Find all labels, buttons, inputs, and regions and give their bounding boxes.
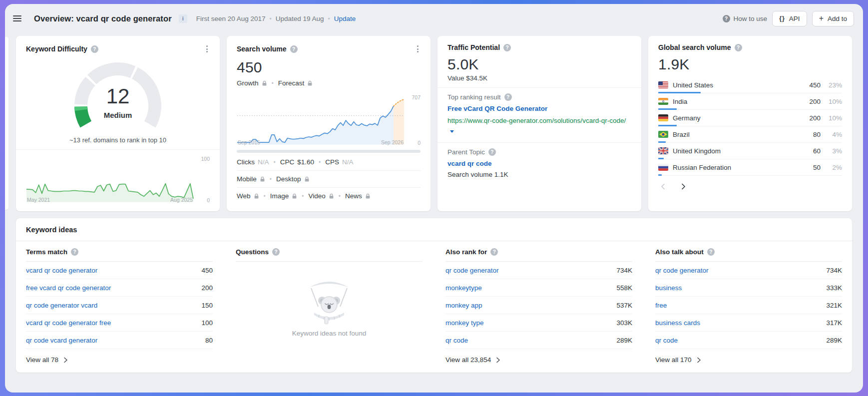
keyword-link[interactable]: free vcard qr code generator (26, 284, 201, 292)
y-axis-max-label: 100 (201, 156, 210, 162)
help-icon[interactable]: ? (71, 248, 78, 256)
country-percent: 10% (825, 114, 842, 122)
keyword-link[interactable]: qr code generator (655, 267, 826, 274)
keyword-link[interactable]: monkey app (445, 302, 616, 309)
parent-topic-volume: Search volume 1.1K (447, 171, 631, 178)
country-share-bar (658, 174, 662, 176)
kd-ref-domains-note: ~13 ref. domains to rank in top 10 (26, 136, 210, 144)
updated-text: Updated 19 Aug (276, 15, 324, 22)
help-icon[interactable]: ? (503, 44, 511, 51)
peeking-card-edge (5, 37, 8, 210)
forecast-locked-toggle[interactable]: Forecast (278, 79, 313, 87)
keyword-volume: 200 (201, 284, 213, 292)
country-name: Germany (673, 114, 805, 122)
lock-icon (292, 193, 297, 199)
hamburger-menu-button[interactable] (13, 11, 28, 26)
video-locked-toggle[interactable]: Video (308, 192, 334, 200)
keyword-link[interactable]: vcard qr code generator (26, 267, 201, 274)
x-axis-start-label: May 2021 (27, 197, 50, 203)
country-row[interactable]: United Kingdom603% (658, 143, 842, 159)
top-ranking-result-url[interactable]: https://www.qr-code-generator.com/soluti… (447, 116, 631, 137)
cpc-metric: CPC $1.60 (280, 158, 314, 166)
api-button[interactable]: {} API (772, 11, 807, 26)
lock-icon (329, 193, 334, 199)
keyword-link[interactable]: business (655, 284, 826, 292)
keyword-volume: 150 (201, 302, 213, 309)
keyword-link[interactable]: vcard qr code generator free (26, 319, 201, 327)
desktop-locked-toggle[interactable]: Desktop (276, 175, 310, 183)
country-name: United States (673, 81, 805, 89)
country-name: Brazil (673, 131, 809, 138)
lock-icon (262, 80, 267, 86)
top-ranking-result-label: Top ranking result ? (447, 93, 631, 101)
help-icon[interactable]: ? (504, 93, 512, 101)
global-search-volume-card: Global search volume ? 1.9K United State… (648, 36, 852, 211)
empty-state: Keyword ideas not found (236, 262, 423, 350)
view-all-link[interactable]: View all 170 (655, 349, 842, 364)
card-title: Global search volume (658, 43, 731, 51)
country-row[interactable]: India20010% (658, 93, 842, 110)
growth-locked-toggle[interactable]: Growth (237, 79, 267, 87)
update-link[interactable]: Update (334, 15, 356, 22)
keyword-link[interactable]: qr code generator vcard (26, 302, 201, 309)
country-volume: 50 (813, 164, 821, 171)
bullet-separator (270, 175, 272, 183)
help-icon[interactable]: ? (735, 44, 742, 51)
search-volume-trend-line (237, 94, 405, 146)
country-row[interactable]: Germany20010% (658, 110, 842, 126)
prev-page-button[interactable] (660, 182, 666, 191)
help-icon[interactable]: ? (488, 148, 496, 156)
url-expand-caret-icon[interactable] (450, 130, 454, 133)
ru-flag-icon (658, 164, 668, 171)
keyword-link[interactable]: qr code (445, 337, 616, 344)
view-all-link[interactable]: View all 78 (26, 349, 213, 364)
keyword-link[interactable]: qr code generator (445, 267, 616, 274)
keyword-volume: 100 (201, 319, 213, 327)
keyword-row: qr code289K (445, 332, 632, 349)
how-to-use-button[interactable]: ? How to use (723, 15, 768, 22)
chart-scrollbar[interactable] (237, 150, 421, 153)
help-icon[interactable]: ? (91, 45, 98, 53)
countries-pagination (658, 182, 842, 191)
traffic-potential-card: Traffic Potential ? 5.0K Value $34.5K To… (437, 36, 641, 211)
help-icon[interactable]: ? (707, 248, 715, 256)
kebab-menu-button[interactable] (204, 43, 210, 54)
help-icon[interactable]: ? (272, 248, 280, 256)
kebab-menu-button[interactable] (415, 43, 421, 54)
parent-topic-label: Parent Topic ? (447, 148, 631, 156)
mobile-locked-toggle[interactable]: Mobile (237, 175, 265, 183)
top-ranking-result-link[interactable]: Free vCard QR Code Generator (447, 105, 631, 112)
x-axis-end-label: Sep 2026 (381, 139, 404, 145)
keyword-link[interactable]: qr code (655, 337, 826, 344)
news-locked-toggle[interactable]: News (345, 192, 371, 200)
info-icon[interactable]: i (179, 14, 187, 23)
country-row[interactable]: United States45023% (658, 77, 842, 93)
keyword-link[interactable]: monkeytype (445, 284, 616, 292)
lock-icon (260, 176, 265, 182)
ideas-column: Terms match?vcard qr code generator450fr… (26, 241, 213, 364)
view-all-link[interactable]: View all 23,854 (445, 349, 632, 364)
keyword-link[interactable]: business cards (655, 319, 826, 327)
image-locked-toggle[interactable]: Image (270, 192, 298, 200)
help-icon[interactable]: ? (490, 248, 498, 256)
parent-topic-link[interactable]: vcard qr code (447, 160, 631, 167)
keyword-row: qr code generator734K (655, 262, 842, 279)
web-locked-toggle[interactable]: Web (237, 192, 259, 200)
keyword-link[interactable]: monkey type (445, 319, 616, 327)
lock-icon (254, 193, 259, 199)
global-volume-value: 1.9K (658, 56, 842, 73)
help-icon[interactable]: ? (290, 45, 298, 53)
countries-list: United States45023%India20010%Germany200… (658, 77, 842, 176)
keyword-link[interactable]: qr code vcard generator (26, 337, 205, 344)
keyword-difficulty-card: Keyword Difficulty ? 12 Medium ~13 ref. … (16, 36, 220, 211)
add-to-button[interactable]: + Add to (812, 11, 854, 26)
country-row[interactable]: Russian Federation502% (658, 159, 842, 176)
next-page-button[interactable] (680, 182, 687, 191)
bullet-separator (339, 192, 341, 200)
keyword-meta: First seen 20 Aug 2017 Updated 19 Aug Up… (196, 15, 356, 22)
keyword-link[interactable]: free (655, 302, 826, 309)
search-volume-chart: Sep 2015 Sep 2026 707 0 (237, 94, 421, 146)
ideas-column-header: Terms match? (26, 241, 213, 262)
de-flag-icon (658, 114, 668, 121)
country-row[interactable]: Brazil804% (658, 126, 842, 143)
